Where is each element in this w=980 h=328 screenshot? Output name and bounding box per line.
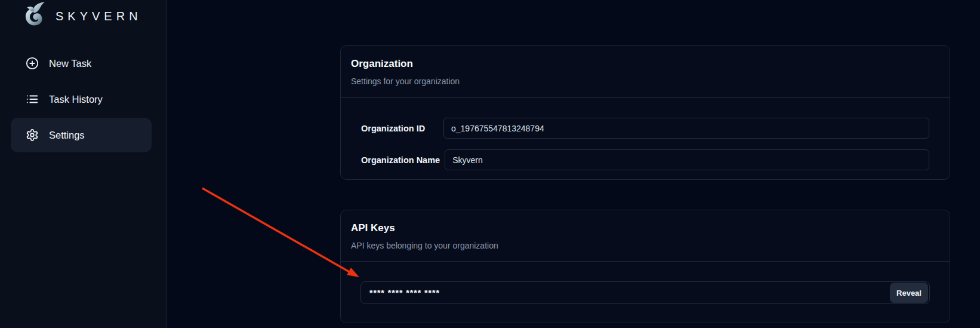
organization-card-subtitle: Settings for your organization — [351, 76, 939, 87]
list-icon — [26, 93, 39, 106]
api-keys-card: API Keys API keys belonging to your orga… — [340, 210, 950, 323]
sidebar: SKYVERN New Task Task History Settings — [0, 0, 167, 328]
api-keys-card-header: API Keys API keys belonging to your orga… — [341, 210, 950, 262]
gear-icon — [26, 128, 39, 142]
sidebar-item-label: Task History — [49, 94, 103, 105]
sidebar-item-new-task[interactable]: New Task — [11, 46, 152, 81]
brand: SKYVERN — [20, 1, 142, 31]
sidebar-nav: New Task Task History Settings — [11, 46, 152, 154]
sidebar-item-task-history[interactable]: Task History — [11, 82, 152, 117]
api-keys-card-content: **** **** **** **** Reveal — [341, 262, 950, 304]
organization-id-row: Organization ID — [361, 118, 929, 139]
api-key-masked-value: **** **** **** **** — [369, 288, 440, 298]
organization-name-input[interactable] — [445, 149, 929, 170]
organization-card-title: Organization — [351, 58, 939, 70]
api-key-field[interactable]: **** **** **** **** Reveal — [360, 281, 930, 304]
organization-name-row: Organization Name — [361, 149, 929, 170]
reveal-button[interactable]: Reveal — [890, 283, 928, 303]
organization-name-label: Organization Name — [361, 155, 440, 165]
skyvern-settings-page: SKYVERN New Task Task History Settings — [0, 0, 980, 328]
api-keys-card-subtitle: API keys belonging to your organization — [351, 240, 939, 251]
api-keys-card-title: API Keys — [351, 222, 939, 234]
sidebar-item-settings[interactable]: Settings — [11, 118, 152, 152]
organization-card-content: Organization ID Organization Name — [341, 98, 950, 170]
sidebar-item-label: Settings — [49, 130, 85, 141]
organization-card-header: Organization Settings for your organizat… — [341, 46, 950, 98]
skyvern-dragon-logo-icon — [20, 1, 50, 32]
circle-plus-icon — [26, 57, 39, 70]
sidebar-item-label: New Task — [49, 58, 91, 69]
organization-id-input[interactable] — [443, 118, 929, 139]
organization-card: Organization Settings for your organizat… — [340, 45, 950, 180]
organization-id-label: Organization ID — [361, 124, 439, 133]
brand-name: SKYVERN — [54, 10, 142, 23]
